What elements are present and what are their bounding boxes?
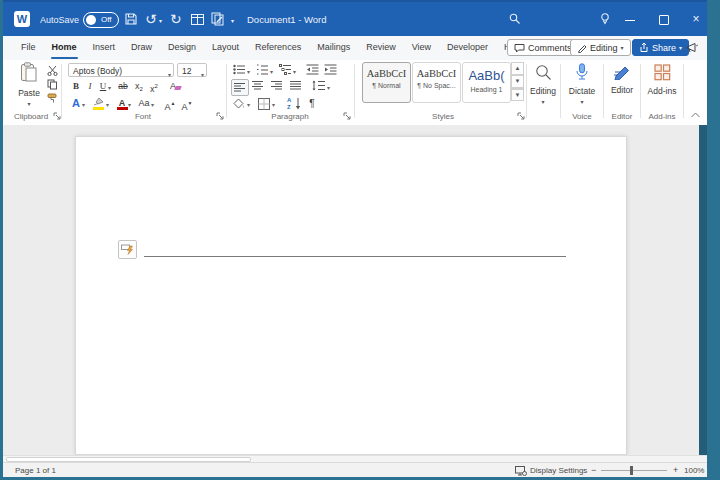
- change-case-chevron-icon[interactable]: ▾: [151, 101, 154, 108]
- customize-qat-chevron-icon[interactable]: ▾: [231, 17, 234, 24]
- borders-button[interactable]: [258, 98, 270, 110]
- tab-mailings[interactable]: Mailings: [309, 36, 358, 60]
- highlight-chevron-icon[interactable]: ▾: [106, 101, 109, 108]
- styles-more-icon[interactable]: ▼: [511, 88, 524, 101]
- autosave-toggle[interactable]: Off: [83, 12, 119, 28]
- align-left-button[interactable]: [231, 79, 249, 96]
- tab-layout[interactable]: Layout: [204, 36, 247, 60]
- font-name-combo[interactable]: Aptos (Body) ▾: [68, 63, 174, 77]
- document-page[interactable]: [75, 136, 627, 455]
- voice-group-label: Voice: [563, 112, 601, 121]
- location-pin-icon[interactable]: [600, 13, 610, 26]
- tab-view[interactable]: View: [404, 36, 439, 60]
- subscript-button[interactable]: x2: [132, 80, 146, 93]
- save-icon[interactable]: [124, 12, 138, 26]
- undo-chevron-icon[interactable]: ▾: [159, 17, 162, 24]
- tab-developer[interactable]: Developer: [439, 36, 496, 60]
- tab-references[interactable]: References: [247, 36, 309, 60]
- multilevel-list-button[interactable]: [279, 64, 292, 75]
- zoom-level[interactable]: 100%: [684, 466, 704, 475]
- paste-button[interactable]: Paste ▾: [11, 62, 47, 108]
- autocorrect-options-button[interactable]: [118, 240, 137, 259]
- line-spacing-button[interactable]: [312, 80, 326, 91]
- close-button[interactable]: ×: [681, 2, 711, 36]
- editing-mode-button[interactable]: Editing ▾: [570, 39, 631, 56]
- shading-button[interactable]: [233, 98, 245, 109]
- multilevel-chevron-icon[interactable]: ▾: [293, 68, 296, 75]
- borders-chevron-icon[interactable]: ▾: [272, 101, 275, 108]
- bold-button[interactable]: B: [69, 80, 83, 93]
- align-right-button[interactable]: [271, 81, 282, 90]
- copy-icon[interactable]: [47, 79, 58, 90]
- style-no-spacing[interactable]: AaBbCcI ¶ No Spac...: [412, 62, 461, 103]
- tab-insert[interactable]: Insert: [85, 36, 124, 60]
- tab-home[interactable]: Home: [44, 36, 85, 60]
- highlight-color-button[interactable]: [92, 97, 106, 110]
- grow-font-button[interactable]: A▲: [163, 97, 177, 110]
- tab-design[interactable]: Design: [160, 36, 204, 60]
- shrink-font-button[interactable]: A▼: [180, 97, 194, 110]
- justify-button[interactable]: [290, 81, 301, 90]
- zoom-slider-thumb[interactable]: [630, 466, 633, 475]
- dictate-button[interactable]: Dictate ▾: [563, 62, 601, 106]
- undo-icon[interactable]: ↺: [145, 10, 157, 28]
- change-case-button[interactable]: Aa: [137, 97, 151, 110]
- font-size-combo[interactable]: 12 ▾: [177, 63, 207, 77]
- tab-review[interactable]: Review: [358, 36, 404, 60]
- superscript-button[interactable]: x2: [147, 80, 161, 93]
- bullets-button[interactable]: [233, 64, 246, 75]
- pilcrow-button[interactable]: ¶: [305, 97, 319, 110]
- styles-dialog-launcher-icon[interactable]: [517, 112, 526, 121]
- font-dialog-launcher-icon[interactable]: [216, 112, 225, 121]
- comments-button[interactable]: Comments: [507, 39, 579, 56]
- strikethrough-button[interactable]: ab: [116, 80, 130, 93]
- clear-formatting-button[interactable]: A: [166, 80, 180, 93]
- font-color-button[interactable]: A: [115, 97, 129, 110]
- horizontal-scrollbar[interactable]: [3, 455, 707, 462]
- tab-draw[interactable]: Draw: [123, 36, 160, 60]
- style-normal[interactable]: AaBbCcI ¶ Normal: [362, 62, 411, 103]
- search-icon[interactable]: [509, 13, 521, 25]
- increase-indent-button[interactable]: [324, 64, 337, 75]
- cut-icon[interactable]: [47, 65, 58, 76]
- word-app-icon[interactable]: W: [14, 11, 30, 27]
- zoom-slider-track[interactable]: [601, 470, 667, 471]
- minimize-button[interactable]: [615, 2, 645, 36]
- paste-label: Paste: [11, 88, 47, 98]
- styles-scroll-up-icon[interactable]: ▲: [511, 62, 524, 75]
- decrease-indent-button[interactable]: [306, 64, 319, 75]
- style-heading-1[interactable]: AaBb( Heading 1: [462, 62, 511, 103]
- megaphone-icon[interactable]: [685, 42, 699, 55]
- font-color-chevron-icon[interactable]: ▾: [128, 101, 131, 108]
- numbering-button[interactable]: [256, 64, 269, 75]
- display-settings-label[interactable]: Display Settings: [530, 466, 587, 475]
- bullets-chevron-icon[interactable]: ▾: [247, 68, 250, 75]
- add-ins-button[interactable]: Add-ins: [643, 62, 681, 96]
- text-effects-chevron-icon[interactable]: ▾: [82, 101, 85, 108]
- document-pencil-icon[interactable]: [211, 12, 225, 26]
- sort-button[interactable]: A Z: [287, 97, 303, 111]
- vertical-scrollbar[interactable]: [699, 125, 707, 455]
- editor-button[interactable]: Editor: [605, 62, 639, 95]
- styles-scroll-down-icon[interactable]: ▼: [511, 75, 524, 88]
- align-center-button[interactable]: [252, 81, 263, 90]
- format-painter-icon[interactable]: [47, 93, 58, 104]
- collapse-ribbon-chevron-icon[interactable]: [691, 112, 700, 118]
- page-indicator[interactable]: Page 1 of 1: [15, 466, 56, 475]
- share-label: Share: [652, 43, 676, 53]
- maximize-button[interactable]: [648, 2, 678, 36]
- numbering-chevron-icon[interactable]: ▾: [270, 68, 273, 75]
- redo-icon[interactable]: ↻: [170, 10, 182, 28]
- text-effects-button[interactable]: A: [69, 97, 83, 110]
- tab-file[interactable]: File: [13, 36, 44, 60]
- zoom-in-button[interactable]: +: [673, 465, 678, 475]
- share-button[interactable]: Share ▾: [632, 39, 689, 56]
- line-spacing-chevron-icon[interactable]: ▾: [327, 84, 330, 91]
- italic-button[interactable]: I: [83, 80, 97, 93]
- table-icon[interactable]: [191, 14, 204, 25]
- editing-button[interactable]: Editing ▾: [525, 62, 561, 106]
- paragraph-dialog-launcher-icon[interactable]: [343, 112, 352, 121]
- underline-chevron-icon[interactable]: ▾: [108, 84, 111, 91]
- shading-chevron-icon[interactable]: ▾: [247, 101, 250, 108]
- zoom-out-button[interactable]: −: [591, 465, 596, 475]
